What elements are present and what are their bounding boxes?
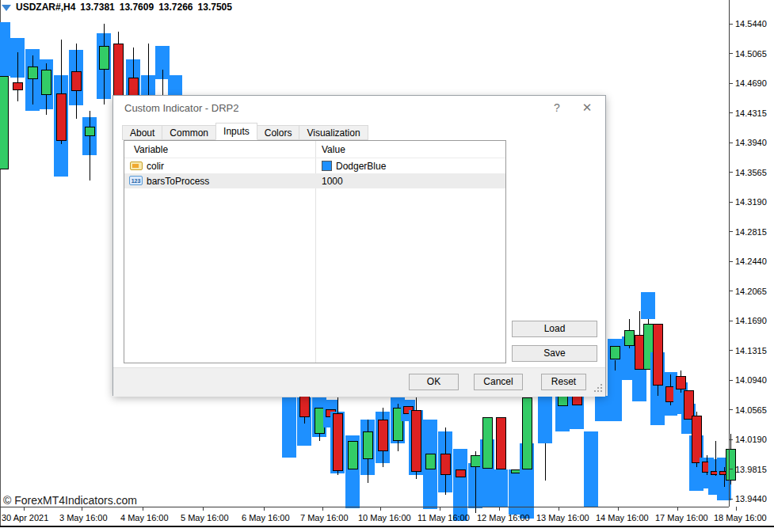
quote-symbol: USDZAR#,H4: [16, 2, 75, 13]
candle-wick: [32, 55, 33, 104]
time-label: 10 May 16:00: [358, 513, 411, 522]
time-label: 18 May 16:00: [714, 513, 767, 522]
indicator-range-bar: [584, 431, 598, 507]
time-label: 5 May 16:00: [181, 513, 229, 522]
candle-body-down: [411, 410, 421, 472]
price-tick: [729, 112, 733, 113]
candle-wick: [639, 311, 640, 335]
custom-indicator-dialog: Custom Indicator - DRP2 ? ✕ AboutCommonI…: [112, 95, 606, 396]
resize-grip-icon[interactable]: [594, 384, 602, 392]
tab-inputs[interactable]: Inputs: [215, 123, 257, 140]
time-tick: [499, 507, 500, 511]
chart-window: USDZAR#,H413.738113.760913.726613.7505 ©…: [0, 0, 774, 532]
numeric-123-icon: 123: [129, 176, 143, 185]
symbol-dropdown-icon[interactable]: [2, 5, 11, 11]
price-label: 14.1315: [735, 346, 767, 355]
candle-body-down: [378, 420, 388, 451]
tab-colors[interactable]: Colors: [257, 125, 300, 140]
time-label: 17 May 16:00: [655, 513, 708, 522]
candle-body-down: [440, 454, 451, 475]
quote-high: 13.7609: [120, 2, 154, 13]
dialog-title-bar[interactable]: Custom Indicator - DRP2 ? ✕: [113, 96, 605, 120]
save-button[interactable]: Save: [512, 345, 597, 362]
candle-body-down: [56, 93, 67, 141]
price-label: 14.3565: [735, 168, 767, 177]
candle-body-down: [653, 324, 663, 386]
time-tick: [736, 507, 737, 511]
quote-open: 13.7381: [80, 2, 114, 13]
cancel-button[interactable]: Cancel: [474, 374, 523, 390]
indicator-range-bar: [641, 292, 655, 319]
candle-wick: [724, 467, 725, 487]
indicator-range-bar: [168, 75, 182, 97]
close-icon[interactable]: ✕: [580, 101, 594, 115]
candle-body-up: [28, 66, 38, 79]
color-swatch-icon: [130, 162, 143, 170]
price-label: 14.0190: [735, 435, 767, 444]
candle-body-up: [522, 397, 532, 469]
candle-body-down: [71, 71, 82, 91]
variable-value[interactable]: DodgerBlue: [336, 161, 386, 172]
candle-wick: [304, 417, 305, 424]
load-button[interactable]: Load: [512, 321, 597, 337]
time-tick: [440, 507, 440, 511]
indicator-range-bar: [0, 22, 10, 76]
time-label: 11 May 16:00: [418, 513, 470, 522]
candle-body-up: [41, 70, 51, 95]
price-tick: [729, 380, 733, 381]
candle-body-down: [496, 417, 506, 469]
candle-wick: [658, 386, 658, 396]
price-label: 14.2440: [735, 256, 767, 266]
tab-visualization[interactable]: Visualization: [299, 125, 368, 140]
indicator-range-bar: [453, 449, 467, 521]
table-row[interactable]: colir DodgerBlue: [124, 158, 505, 173]
quote-close: 13.7505: [198, 2, 232, 13]
price-tick: [729, 53, 733, 54]
time-tick: [24, 507, 25, 511]
variable-value[interactable]: 1000: [322, 176, 343, 187]
table-header-row: Variable Value: [124, 141, 505, 158]
candle-body-down: [676, 376, 686, 390]
candle-wick: [162, 70, 163, 97]
price-label: 14.1690: [735, 316, 767, 325]
time-label: 4 May 16:00: [120, 513, 169, 522]
time-tick: [203, 507, 204, 511]
tab-about[interactable]: About: [122, 125, 162, 140]
candle-body-up: [99, 46, 109, 70]
price-label: 14.5065: [735, 49, 767, 59]
time-tick: [677, 507, 678, 511]
variable-name: barsToProcess: [147, 176, 209, 187]
price-label: 14.0940: [735, 375, 767, 385]
variable-name: colir: [147, 161, 164, 172]
dialog-title: Custom Indicator - DRP2: [124, 102, 239, 114]
price-tick: [729, 409, 733, 410]
time-tick: [82, 507, 82, 511]
candle-body-down: [333, 413, 343, 471]
price-tick: [729, 172, 733, 173]
price-axis[interactable]: [729, 0, 730, 507]
candle-body-up: [482, 417, 493, 469]
candle-wick: [17, 52, 18, 101]
time-label: 7 May 16:00: [300, 513, 349, 522]
ok-button[interactable]: OK: [409, 374, 459, 390]
candle-body-down: [692, 416, 702, 463]
time-tick: [380, 507, 381, 511]
price-label: 14.4315: [735, 108, 767, 118]
price-tick: [729, 24, 733, 25]
reset-button[interactable]: Reset: [541, 374, 586, 390]
help-icon[interactable]: ?: [550, 101, 564, 116]
price-tick: [729, 499, 733, 500]
inputs-table: Variable Value colir DodgerBlue 123 bars…: [124, 140, 506, 363]
indicator-range-bar: [632, 370, 646, 401]
price-tick: [729, 469, 733, 469]
price-tick: [729, 202, 733, 203]
column-header-variable: Variable: [134, 144, 168, 155]
candle-body-up: [425, 454, 436, 469]
table-row[interactable]: 123 barsToProcess 1000: [124, 173, 505, 188]
indicator-range-bar: [282, 397, 296, 458]
tab-common[interactable]: Common: [162, 125, 216, 140]
candle-body-up: [85, 127, 95, 136]
time-axis[interactable]: [0, 507, 729, 507]
price-tick: [729, 83, 733, 84]
time-label: 3 May 16:00: [59, 513, 108, 522]
